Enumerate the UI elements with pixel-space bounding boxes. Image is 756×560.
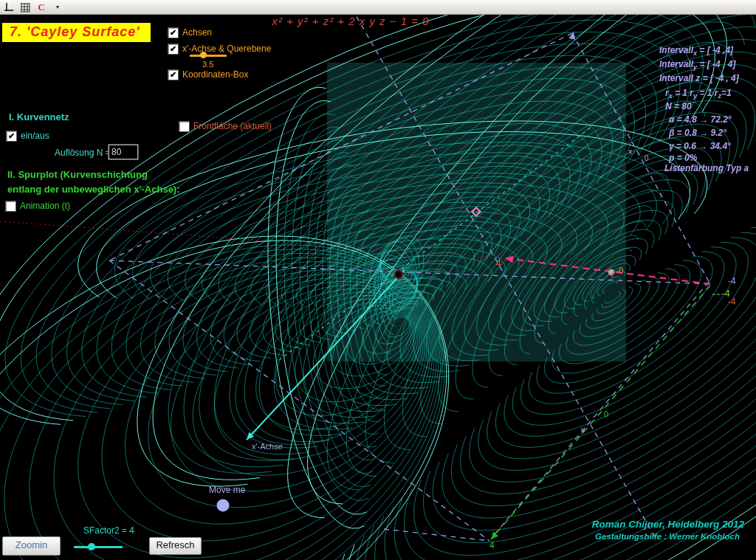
xprime-tick-4-label: 4 <box>496 258 501 269</box>
querebene-slider-knob[interactable] <box>200 52 207 58</box>
checkbox-row-einaus: ✔ ein/aus <box>6 131 49 142</box>
achsen-label: Achsen <box>182 27 212 38</box>
y-axis-label: y <box>581 425 585 434</box>
corner-neg4-red-label: -4 <box>728 297 736 307</box>
sfactor-label: SFactor2 = 4 <box>83 525 134 536</box>
checkbox-row-koordinaten: ✔ Koordinaten-Box <box>168 69 248 80</box>
resolution-label: Auflösung N = <box>55 148 111 158</box>
listenfaerbung-line: Listenfärbung Typ a <box>664 163 749 173</box>
intervall-y-line: Intervally = [ -4 , 4] <box>659 59 735 71</box>
page-title: 7. 'Cayley Surface' <box>10 24 140 39</box>
einaus-label: ein/aus <box>21 131 49 141</box>
r-c: = 1 r <box>697 88 718 98</box>
axes-icon[interactable] <box>3 1 15 13</box>
alpha-line: α = 4.8 → 72.2° <box>669 114 732 125</box>
y-axis-4-label: 4 <box>489 540 495 550</box>
resolution-input[interactable] <box>109 145 138 159</box>
n-line: N = 80 <box>665 101 692 111</box>
move-me-label: Move me <box>209 485 245 495</box>
refresh-button[interactable]: Refresch <box>149 537 202 555</box>
credits: Roman Chijner, Heidelberg 2012 Gestaltun… <box>592 519 744 541</box>
corner-neg4-purple-label: -4 <box>728 276 736 286</box>
intervall-y-range: = [ -4 , 4] <box>697 59 735 69</box>
beta-line: β = 0.8 → 9.2° <box>669 128 726 138</box>
p-line: p = 0% <box>669 153 697 163</box>
zoomin-button[interactable]: Zoomin <box>2 536 61 556</box>
x-axis-label: x <box>628 147 633 156</box>
checkbox-row-animation: Animation (t) <box>5 201 70 212</box>
z-axis-zero-label: 0 <box>619 266 624 276</box>
xprime-achse-label: x'-Achse <box>252 442 283 451</box>
intervall-y-base: Intervall <box>659 59 693 69</box>
koordinaten-box-checkbox[interactable]: ✔ <box>168 69 179 80</box>
querebene-slider-value: 3.5 <box>202 60 213 69</box>
checkbox-row-frontflaeche: Frontfläche (aktuell) <box>179 121 272 132</box>
kurvennetz-heading: I. Kurvennetz <box>9 111 69 122</box>
checkbox-row-achsen: ✔ Achsen <box>168 27 212 38</box>
grid-icon[interactable] <box>19 1 31 13</box>
intervall-z-line: Intervall z = [ -4 , 4] <box>659 73 739 83</box>
r-d: =1 <box>721 88 732 98</box>
intervall-z-base: Intervall z <box>659 73 700 83</box>
intervall-x-line: Intervallx = [ -4 ,4] <box>659 45 733 57</box>
spurplot-heading-line1: II. Spurplot (Kurvenschichtung <box>7 169 148 180</box>
x-axis-zero-label: 0 <box>645 154 649 162</box>
y-axis-zero-label: 0 <box>604 409 608 418</box>
querebene-checkbox[interactable]: ✔ <box>168 44 179 55</box>
credit-author: Roman Chijner, Heidelberg 2012 <box>592 519 744 530</box>
querebene-label: x'-Achse & Querebene <box>182 44 271 54</box>
dropdown-caret-icon[interactable]: ▾ <box>52 1 63 13</box>
frontflaeche-label: Frontfläche (aktuell) <box>193 121 272 131</box>
surface-equation: x² + y² + z² + 2 x y z − 1 = 0 <box>260 15 441 27</box>
checkbox-row-querebene: ✔ x'-Achse & Querebene <box>168 44 271 55</box>
gamma-line: γ = 0.6 → 34.4° <box>669 141 731 151</box>
r-b: = 1 r <box>673 88 693 98</box>
animation-label: Animation (t) <box>20 201 70 211</box>
querebene-slider-track[interactable] <box>190 55 227 57</box>
animation-checkbox[interactable] <box>5 201 16 212</box>
koordinaten-box-label: Koordinaten-Box <box>182 69 248 80</box>
frontflaeche-checkbox[interactable] <box>179 121 190 132</box>
z-axis-label: z <box>611 271 614 279</box>
credit-design: Gestaltungshilfe : Werner Knobloch <box>592 532 740 541</box>
intervall-x-base: Intervall <box>659 45 693 55</box>
c-menu-icon[interactable]: C <box>35 1 47 13</box>
sfactor-slider-track[interactable] <box>74 546 123 548</box>
spurplot-heading-line2: entlang der unbeweglichen x'-Achse): <box>7 184 180 195</box>
intervall-x-range: = [ -4 ,4] <box>697 45 733 55</box>
toolbar: C ▾ <box>0 0 756 15</box>
sfactor-slider-knob[interactable] <box>88 543 95 550</box>
radius-line: rx = 1 ry = 1 rz=1 <box>665 88 732 100</box>
achsen-checkbox[interactable]: ✔ <box>168 27 179 38</box>
3d-viewport-canvas[interactable] <box>0 15 756 560</box>
einaus-checkbox[interactable]: ✔ <box>6 131 17 142</box>
intervall-z-range: = [ -4 , 4] <box>700 73 738 83</box>
title-banner: 7. 'Cayley Surface' <box>2 23 151 42</box>
application-window: C ▾ 7. 'Cayley Surface' x² + y² + z² + 2… <box>0 0 756 560</box>
